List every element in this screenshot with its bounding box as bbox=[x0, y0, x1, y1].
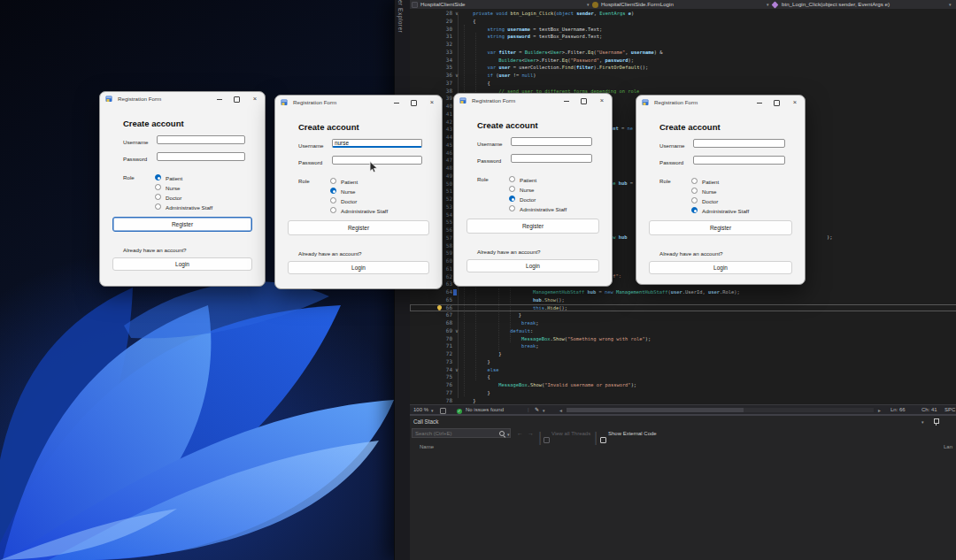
code-line[interactable]: 28∨private void btn_Login_Click(object s… bbox=[410, 10, 956, 18]
role-radio-doctor[interactable] bbox=[691, 197, 698, 203]
minimize-button[interactable] bbox=[757, 103, 762, 104]
register-button[interactable]: Register bbox=[466, 219, 599, 234]
zoom-caret[interactable]: ▾ bbox=[431, 408, 434, 414]
method-dropdown[interactable]: btn_Login_Click(object sender, EventArgs… bbox=[782, 1, 890, 8]
username-input[interactable] bbox=[332, 139, 422, 148]
language-column-header[interactable]: Lan bbox=[944, 444, 952, 449]
call-stack-header[interactable]: Call Stack ▾ bbox=[410, 416, 956, 427]
role-radio-doctor[interactable] bbox=[509, 196, 515, 202]
role-radio-patient[interactable] bbox=[509, 176, 515, 182]
view-all-threads-button[interactable]: View all Threads bbox=[551, 431, 590, 436]
close-button[interactable]: × bbox=[598, 96, 606, 104]
health-status[interactable]: No issues found bbox=[466, 407, 504, 413]
method-dropdown-caret[interactable]: ▾ bbox=[949, 1, 952, 8]
code-line[interactable]: 30string username = textBox_Username.Tex… bbox=[410, 26, 956, 34]
column-indicator[interactable]: Ch: 41 bbox=[921, 407, 937, 413]
password-input[interactable] bbox=[157, 152, 245, 161]
close-button[interactable]: × bbox=[428, 98, 436, 106]
role-radio-administrative-staff[interactable] bbox=[691, 207, 698, 213]
role-radio-patient[interactable] bbox=[691, 178, 698, 184]
hscrollbar-thumb[interactable] bbox=[567, 408, 744, 412]
class-dropdown-caret[interactable]: ▾ bbox=[767, 1, 769, 8]
code-line[interactable]: 31string password = textBox_Password.Tex… bbox=[410, 33, 956, 41]
username-input[interactable] bbox=[693, 139, 785, 148]
minimize-button[interactable] bbox=[564, 101, 569, 102]
maximize-button[interactable] bbox=[581, 98, 587, 104]
code-line[interactable]: 71break; bbox=[410, 342, 956, 350]
login-button[interactable]: Login bbox=[288, 261, 429, 274]
name-column-header[interactable]: Name bbox=[420, 444, 434, 449]
code-line[interactable]: 76MessageBox.Show("Invalid username or p… bbox=[410, 381, 956, 389]
role-radio-nurse[interactable] bbox=[509, 186, 515, 192]
role-radio-patient[interactable] bbox=[155, 174, 161, 180]
code-line[interactable]: 37{ bbox=[410, 80, 956, 88]
code-line[interactable]: 32 bbox=[410, 41, 956, 49]
role-radio-nurse[interactable] bbox=[691, 188, 698, 194]
pin-icon[interactable] bbox=[934, 419, 939, 426]
call-stack-body[interactable] bbox=[410, 452, 956, 560]
password-input[interactable] bbox=[511, 154, 592, 163]
maximize-button[interactable] bbox=[234, 96, 240, 103]
role-radio-administrative-staff[interactable] bbox=[509, 205, 515, 211]
code-line[interactable]: 72} bbox=[410, 350, 956, 358]
project-dropdown[interactable]: HospitalClientSide bbox=[420, 1, 466, 8]
login-button[interactable]: Login bbox=[649, 261, 792, 274]
maximize-button[interactable] bbox=[411, 100, 417, 106]
register-button[interactable]: Register bbox=[649, 220, 792, 235]
close-button[interactable]: × bbox=[251, 95, 259, 103]
show-external-code-button[interactable]: Show External Code bbox=[608, 431, 657, 436]
role-radio-patient[interactable] bbox=[330, 178, 336, 184]
project-dropdown-caret[interactable]: ▾ bbox=[587, 1, 590, 8]
register-button[interactable]: Register bbox=[288, 220, 429, 235]
search-input[interactable] bbox=[412, 428, 511, 438]
username-input[interactable] bbox=[511, 137, 592, 146]
code-line[interactable]: 67} bbox=[410, 311, 956, 319]
minimize-button[interactable] bbox=[394, 103, 399, 104]
health-check-icon[interactable]: ✓ bbox=[457, 408, 462, 414]
zoom-level[interactable]: 100 % bbox=[413, 407, 428, 413]
register-button[interactable]: Register bbox=[112, 217, 252, 232]
code-line[interactable]: 68break; bbox=[410, 319, 956, 327]
role-radio-doctor[interactable] bbox=[155, 194, 161, 200]
username-input[interactable] bbox=[157, 135, 245, 144]
window-titlebar[interactable]: Registration Form× bbox=[275, 96, 442, 109]
role-radio-nurse[interactable] bbox=[155, 184, 161, 190]
hscroll-right-arrow[interactable]: ► bbox=[877, 408, 882, 414]
code-line[interactable]: 75{ bbox=[410, 373, 956, 381]
window-titlebar[interactable]: Registration Form× bbox=[636, 96, 805, 109]
edit-mode-pen-icon[interactable]: ✎ bbox=[535, 407, 539, 413]
code-line[interactable]: 64ManagementHubStaff hub = new Managemen… bbox=[410, 288, 956, 296]
role-radio-nurse[interactable] bbox=[330, 188, 336, 194]
code-line[interactable]: 78} bbox=[410, 397, 956, 405]
back-arrow-icon[interactable]: ← bbox=[517, 430, 523, 436]
close-button[interactable]: × bbox=[790, 98, 799, 106]
search-caret[interactable]: ▾ bbox=[507, 432, 510, 437]
password-input[interactable] bbox=[693, 156, 785, 165]
forward-arrow-icon[interactable]: → bbox=[528, 430, 534, 436]
login-button[interactable]: Login bbox=[112, 257, 252, 271]
code-line[interactable]: 34Builders<User>.Filter.Eq("Password", p… bbox=[410, 57, 956, 65]
minimize-button[interactable] bbox=[217, 99, 222, 100]
code-line[interactable]: 74∨else bbox=[410, 366, 956, 374]
code-line[interactable]: 66this.Hide(); bbox=[410, 304, 956, 312]
maximize-button[interactable] bbox=[774, 100, 780, 106]
window-titlebar[interactable]: Registration Form× bbox=[100, 92, 265, 105]
code-line[interactable]: 70MessageBox.Show("Something wrong with … bbox=[410, 335, 956, 343]
code-line[interactable]: 29{ bbox=[410, 18, 956, 26]
code-line[interactable]: 35var user = userCollection.Find(filter)… bbox=[410, 64, 956, 72]
window-titlebar[interactable]: Registration Form× bbox=[454, 94, 612, 107]
login-button[interactable]: Login bbox=[466, 259, 599, 272]
server-explorer-vertical-tab[interactable]: er Explorer bbox=[397, 0, 404, 33]
class-dropdown[interactable]: HospitalClientSide.FormLogin bbox=[601, 1, 674, 8]
hscroll-left-arrow[interactable]: ◄ bbox=[559, 408, 563, 414]
panel-options-caret[interactable]: ▾ bbox=[921, 419, 924, 425]
code-line[interactable]: 65hub.Show(); bbox=[410, 296, 956, 304]
search-icon[interactable] bbox=[499, 431, 505, 436]
role-radio-administrative-staff[interactable] bbox=[330, 207, 336, 213]
code-line[interactable]: 77} bbox=[410, 389, 956, 397]
code-line[interactable]: 73} bbox=[410, 358, 956, 366]
role-radio-doctor[interactable] bbox=[330, 197, 336, 203]
pen-caret[interactable]: ▾ bbox=[543, 408, 545, 414]
code-line[interactable]: 36∨if (user != null) bbox=[410, 72, 956, 80]
code-line[interactable]: 69∨default: bbox=[410, 327, 956, 335]
